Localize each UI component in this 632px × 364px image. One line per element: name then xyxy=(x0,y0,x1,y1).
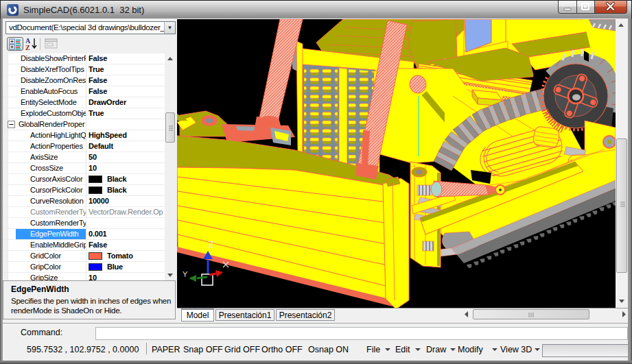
svg-text:Y: Y xyxy=(183,270,188,278)
svg-text:Z: Z xyxy=(209,240,213,250)
svg-text:Z: Z xyxy=(25,44,30,51)
